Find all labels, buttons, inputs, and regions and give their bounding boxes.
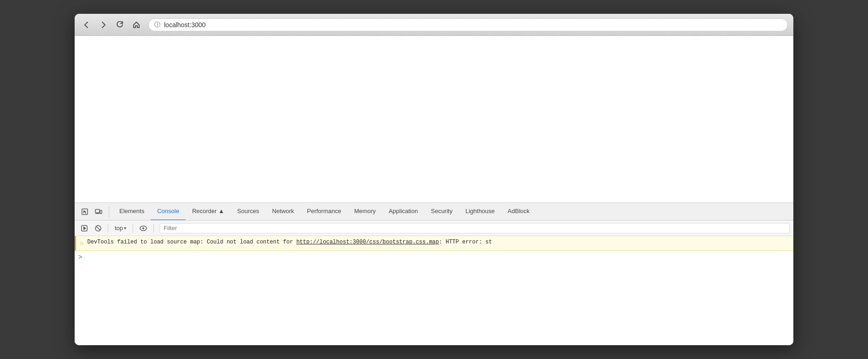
reload-button[interactable] bbox=[113, 18, 126, 31]
browser-window: ⓘ localhost:3000 bbox=[75, 14, 793, 345]
console-cursor bbox=[84, 254, 88, 261]
tab-security[interactable]: Security bbox=[424, 203, 459, 220]
context-selector[interactable]: top ▾ bbox=[112, 224, 129, 232]
browser-chrome: ⓘ localhost:3000 bbox=[75, 14, 793, 36]
forward-button[interactable] bbox=[97, 18, 110, 31]
svg-point-9 bbox=[142, 227, 144, 229]
devtools-console: ⚠ DevTools failed to load source map: Co… bbox=[75, 236, 793, 345]
console-prompt[interactable]: > bbox=[75, 251, 793, 264]
tab-recorder[interactable]: Recorder ▲ bbox=[186, 203, 231, 220]
tab-performance[interactable]: Performance bbox=[300, 203, 347, 220]
back-icon bbox=[83, 21, 90, 29]
tab-adblock[interactable]: AdBlock bbox=[501, 203, 536, 220]
tab-network[interactable]: Network bbox=[266, 203, 301, 220]
device-toggle-button[interactable] bbox=[92, 206, 105, 217]
tab-elements[interactable]: Elements bbox=[113, 203, 151, 220]
devtools-tab-bar: Elements Console Recorder ▲ Sources Netw… bbox=[75, 203, 793, 220]
play-icon bbox=[81, 225, 88, 232]
toolbar-separator-1 bbox=[108, 224, 108, 232]
browser-content: Elements Console Recorder ▲ Sources Netw… bbox=[75, 36, 793, 345]
info-icon: ⓘ bbox=[154, 21, 160, 29]
home-icon bbox=[133, 21, 140, 29]
svg-line-7 bbox=[96, 226, 100, 230]
warning-text-before: DevTools failed to load source map: Coul… bbox=[87, 239, 296, 245]
devtools-icon-group bbox=[78, 206, 109, 217]
home-button[interactable] bbox=[130, 18, 143, 31]
svg-rect-1 bbox=[95, 209, 100, 213]
devtools-toolbar: top ▾ bbox=[75, 220, 793, 236]
tab-sources[interactable]: Sources bbox=[231, 203, 266, 220]
console-caret: > bbox=[78, 254, 82, 261]
console-warning-row: ⚠ DevTools failed to load source map: Co… bbox=[75, 236, 793, 251]
dropdown-arrow-icon: ▾ bbox=[124, 226, 126, 231]
tab-lighthouse[interactable]: Lighthouse bbox=[459, 203, 501, 220]
toolbar-separator-3 bbox=[153, 224, 154, 232]
warning-link[interactable]: http://localhost:3000/css/bootstrap.css.… bbox=[296, 239, 439, 245]
nav-buttons bbox=[80, 18, 143, 31]
tab-console[interactable]: Console bbox=[151, 203, 186, 220]
warning-text-after: : HTTP error: st bbox=[439, 239, 492, 245]
svg-marker-5 bbox=[83, 226, 86, 230]
url-text: localhost:3000 bbox=[164, 21, 782, 29]
inspect-element-button[interactable] bbox=[78, 206, 91, 217]
toolbar-separator-2 bbox=[133, 224, 133, 232]
forward-icon bbox=[100, 21, 107, 29]
page-content bbox=[75, 36, 793, 203]
devtools-panel: Elements Console Recorder ▲ Sources Netw… bbox=[75, 203, 793, 345]
address-bar[interactable]: ⓘ localhost:3000 bbox=[148, 18, 788, 31]
filter-input[interactable] bbox=[159, 223, 790, 233]
tab-application[interactable]: Application bbox=[382, 203, 425, 220]
console-warning-text: DevTools failed to load source map: Coul… bbox=[87, 238, 492, 247]
device-icon bbox=[95, 208, 102, 215]
back-button[interactable] bbox=[80, 18, 93, 31]
block-icon bbox=[95, 225, 101, 232]
tab-memory[interactable]: Memory bbox=[348, 203, 382, 220]
block-button[interactable] bbox=[92, 223, 104, 233]
eye-icon bbox=[140, 225, 147, 232]
cursor-icon bbox=[81, 208, 88, 215]
svg-rect-2 bbox=[100, 210, 102, 214]
eye-button[interactable] bbox=[137, 223, 150, 233]
warning-icon: ⚠ bbox=[80, 238, 83, 246]
reload-icon bbox=[116, 21, 123, 29]
execute-button[interactable] bbox=[78, 223, 90, 233]
